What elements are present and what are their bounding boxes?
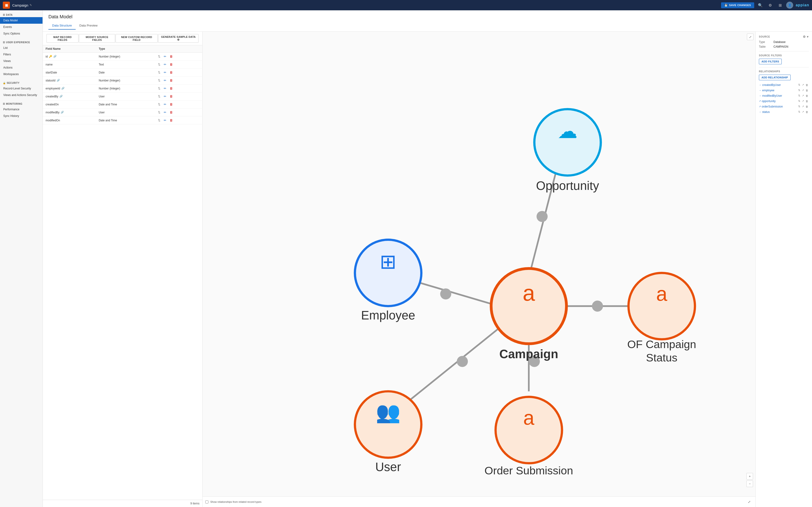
tab-data-preview[interactable]: Data Preview [75, 22, 101, 30]
move-field-button[interactable]: ⇅ [157, 54, 161, 59]
delete-rel-button[interactable]: 🗑 [805, 105, 809, 108]
avatar[interactable]: 👤 [786, 2, 793, 9]
search-button[interactable]: 🔍 [757, 1, 764, 9]
show-relationships-checkbox[interactable] [205, 500, 208, 504]
relationship-name[interactable]: employee [762, 89, 797, 92]
sidebar-item-events[interactable]: Events [0, 24, 43, 30]
sidebar-item-workspaces[interactable]: Workspaces [0, 71, 43, 77]
sidebar-item-performance[interactable]: Performance [0, 106, 43, 113]
move-field-button[interactable]: ⇅ [157, 86, 161, 91]
delete-rel-button[interactable]: 🗑 [805, 110, 809, 114]
relationship-actions: ⇅↗🗑 [798, 83, 809, 87]
appian-logo: appian [796, 3, 809, 7]
source-type-row: Type Database [759, 40, 809, 44]
move-rel-button[interactable]: ⇅ [798, 99, 801, 103]
table-row: modifiedOnDate and Time⇅✏🗑 [43, 116, 202, 124]
move-rel-button[interactable]: ⇅ [798, 83, 801, 87]
field-type-cell: User [96, 93, 154, 101]
relationship-name[interactable]: orderSubmission [762, 105, 797, 108]
source-panel: SOURCE ⚙ ▾ Type Database Table CAMPAIGN … [756, 32, 812, 507]
edit-field-button[interactable]: ✏ [163, 94, 167, 99]
delete-field-button[interactable]: 🗑 [169, 62, 173, 67]
save-changes-button[interactable]: 💾 SAVE CHANGES [721, 2, 754, 8]
tab-data-structure[interactable]: Data Structure [48, 22, 75, 30]
map-record-fields-button[interactable]: MAP RECORD FIELDS [47, 34, 79, 43]
delete-rel-button[interactable]: 🗑 [805, 99, 809, 103]
sidebar-section-data: ☰DATA Data Model Events Sync Options [0, 10, 43, 38]
apps-button[interactable]: ⊞ [776, 1, 784, 9]
move-field-button[interactable]: ⇅ [157, 78, 161, 82]
delete-field-button[interactable]: 🗑 [169, 86, 173, 91]
move-rel-button[interactable]: ⇅ [798, 94, 801, 97]
move-field-button[interactable]: ⇅ [157, 62, 161, 67]
edit-field-button[interactable]: ✏ [163, 102, 167, 107]
delete-field-button[interactable]: 🗑 [169, 54, 173, 59]
open-rel-button[interactable]: ↗ [801, 89, 805, 92]
add-relationship-button[interactable]: ADD RELATIONSHIP [759, 75, 791, 80]
delete-field-button[interactable]: 🗑 [169, 70, 173, 75]
open-rel-button[interactable]: ↗ [801, 110, 805, 114]
field-type-cell: Date and Time [96, 116, 154, 124]
open-rel-button[interactable]: ↗ [801, 105, 805, 108]
relationship-item: →createdByUser⇅↗🗑 [759, 82, 809, 88]
edit-field-button[interactable]: ✏ [163, 86, 167, 91]
delete-field-button[interactable]: 🗑 [169, 102, 173, 107]
open-rel-button[interactable]: ↗ [801, 94, 805, 97]
move-field-button[interactable]: ⇅ [157, 102, 161, 107]
edit-app-icon[interactable]: ✎ [30, 3, 32, 7]
col-actions [154, 45, 202, 53]
edit-field-button[interactable]: ✏ [163, 54, 167, 59]
delete-field-button[interactable]: 🗑 [169, 78, 173, 82]
sidebar-item-sync-history[interactable]: Sync History [0, 113, 43, 119]
move-field-button[interactable]: ⇅ [157, 94, 161, 99]
edit-field-button[interactable]: ✏ [163, 78, 167, 82]
move-rel-button[interactable]: ⇅ [798, 89, 801, 92]
source-table-row: Table CAMPAIGN [759, 45, 809, 48]
move-field-button[interactable]: ⇅ [157, 118, 161, 122]
delete-field-button[interactable]: 🗑 [169, 118, 173, 122]
table-row: statusId🔗Number (Integer)⇅✏🗑 [43, 76, 202, 84]
sidebar-item-list[interactable]: List [0, 45, 43, 51]
field-name-text: createdBy [46, 95, 58, 98]
delete-rel-button[interactable]: 🗑 [805, 94, 809, 97]
add-filters-button[interactable]: ADD FILTERS [759, 59, 782, 64]
open-rel-button[interactable]: ↗ [801, 83, 805, 87]
edit-field-button[interactable]: ✏ [163, 70, 167, 75]
edit-field-button[interactable]: ✏ [163, 62, 167, 67]
sidebar-item-record-level-security[interactable]: Record-Level Security [0, 85, 43, 92]
link-icon: 🔗 [57, 79, 60, 82]
sidebar-item-sync-options[interactable]: Sync Options [0, 30, 43, 37]
svg-text:OF Campaign: OF Campaign [627, 338, 696, 350]
generate-sample-data-button[interactable]: GENERATE SAMPLE DATA ⚙ [158, 34, 199, 43]
field-name-cell: id🔑🔗 [43, 53, 96, 61]
relationship-name[interactable]: modifiedByUser [762, 94, 797, 97]
sidebar-item-views[interactable]: Views [0, 58, 43, 64]
sidebar-item-actions[interactable]: Actions [0, 64, 43, 71]
delete-rel-button[interactable]: 🗑 [805, 83, 809, 87]
sidebar-item-filters[interactable]: Filters [0, 51, 43, 58]
sidebar-item-data-model[interactable]: Data Model [0, 17, 43, 24]
delete-field-button[interactable]: 🗑 [169, 110, 173, 115]
relationship-name[interactable]: status [762, 110, 797, 114]
edit-field-button[interactable]: ✏ [163, 118, 167, 122]
sidebar-item-views-actions-security[interactable]: Views and Actions Security [0, 92, 43, 98]
settings-button[interactable]: ⚙ [766, 1, 774, 9]
delete-rel-button[interactable]: 🗑 [805, 89, 809, 92]
relationship-name[interactable]: opportunity [762, 100, 797, 103]
expand-footer-button[interactable]: ⤢ [746, 499, 753, 505]
modify-source-fields-button[interactable]: MODIFY SOURCE FIELDS [79, 34, 115, 43]
delete-field-button[interactable]: 🗑 [169, 94, 173, 99]
move-field-button[interactable]: ⇅ [157, 110, 161, 115]
move-rel-button[interactable]: ⇅ [798, 110, 801, 114]
content-area: MAP RECORD FIELDS MODIFY SOURCE FIELDS N… [43, 32, 812, 507]
new-custom-record-field-button[interactable]: NEW CUSTOM RECORD FIELD [116, 34, 158, 43]
move-rel-button[interactable]: ⇅ [798, 105, 801, 108]
open-rel-button[interactable]: ↗ [801, 99, 805, 103]
zoom-in-button[interactable]: + [747, 473, 753, 480]
edit-field-button[interactable]: ✏ [163, 110, 167, 115]
source-gear-icon[interactable]: ⚙ ▾ [803, 35, 809, 39]
svg-text:Opportunity: Opportunity [536, 179, 599, 192]
relationship-name[interactable]: createdByUser [762, 83, 797, 87]
move-field-button[interactable]: ⇅ [157, 70, 161, 75]
zoom-out-button[interactable]: − [747, 481, 753, 487]
